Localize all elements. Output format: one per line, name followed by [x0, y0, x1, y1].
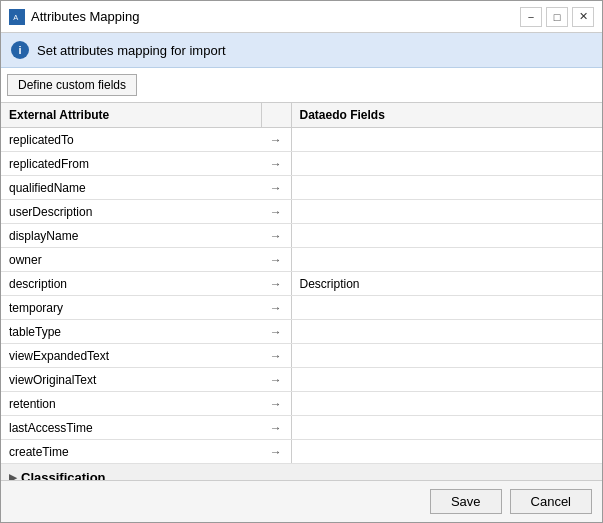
arrow-cell: → — [261, 392, 291, 416]
table-row: qualifiedName→ — [1, 176, 602, 200]
main-window: A Attributes Mapping − □ ✕ i Set attribu… — [0, 0, 603, 523]
dataedo-field-cell — [291, 368, 602, 392]
arrow-cell: → — [261, 248, 291, 272]
table-container: External Attribute Dataedo Fields replic… — [1, 103, 602, 480]
title-bar: A Attributes Mapping − □ ✕ — [1, 1, 602, 33]
section-toggle[interactable]: ▶Classification — [9, 470, 594, 480]
external-attribute-cell: tableType — [1, 320, 261, 344]
arrow-cell: → — [261, 224, 291, 248]
maximize-button[interactable]: □ — [546, 7, 568, 27]
table-row: replicatedFrom→ — [1, 152, 602, 176]
external-attribute-cell: lastAccessTime — [1, 416, 261, 440]
dataedo-field-cell — [291, 296, 602, 320]
dataedo-field-cell — [291, 200, 602, 224]
minimize-button[interactable]: − — [520, 7, 542, 27]
table-row: viewExpandedText→ — [1, 344, 602, 368]
arrow-cell: → — [261, 416, 291, 440]
info-bar: i Set attributes mapping for import — [1, 33, 602, 68]
section-label-text: Classification — [21, 470, 106, 480]
arrow-cell: → — [261, 128, 291, 152]
external-attribute-cell: replicatedTo — [1, 128, 261, 152]
table-row: displayName→ — [1, 224, 602, 248]
table-row: temporary→ — [1, 296, 602, 320]
table-row: owner→ — [1, 248, 602, 272]
external-attribute-cell: viewOriginalText — [1, 368, 261, 392]
app-icon: A — [9, 9, 25, 25]
table-row: description→Description — [1, 272, 602, 296]
external-attribute-cell: qualifiedName — [1, 176, 261, 200]
dataedo-field-cell — [291, 320, 602, 344]
dataedo-field-cell — [291, 248, 602, 272]
section-label: ▶Classification — [1, 464, 602, 481]
external-attribute-cell: userDescription — [1, 200, 261, 224]
dataedo-field-cell — [291, 440, 602, 464]
save-button[interactable]: Save — [430, 489, 502, 514]
close-button[interactable]: ✕ — [572, 7, 594, 27]
arrow-cell: → — [261, 152, 291, 176]
table-row: tableType→ — [1, 320, 602, 344]
define-custom-fields-button[interactable]: Define custom fields — [7, 74, 137, 96]
header-external-attribute: External Attribute — [1, 103, 261, 128]
info-text: Set attributes mapping for import — [37, 43, 226, 58]
arrow-cell: → — [261, 296, 291, 320]
header-arrow — [261, 103, 291, 128]
table-row: userDescription→ — [1, 200, 602, 224]
table-row: replicatedTo→ — [1, 128, 602, 152]
dataedo-field-cell — [291, 176, 602, 200]
info-icon: i — [11, 41, 29, 59]
table-row: lastAccessTime→ — [1, 416, 602, 440]
chevron-icon: ▶ — [9, 472, 17, 480]
section-row[interactable]: ▶Classification — [1, 464, 602, 481]
table-row: retention→ — [1, 392, 602, 416]
cancel-button[interactable]: Cancel — [510, 489, 592, 514]
external-attribute-cell: displayName — [1, 224, 261, 248]
window-title: Attributes Mapping — [31, 9, 520, 24]
dataedo-field-cell: Description — [291, 272, 602, 296]
dataedo-field-cell — [291, 392, 602, 416]
external-attribute-cell: owner — [1, 248, 261, 272]
dataedo-field-cell — [291, 344, 602, 368]
footer: Save Cancel — [1, 480, 602, 522]
header-dataedo-fields: Dataedo Fields — [291, 103, 602, 128]
arrow-cell: → — [261, 368, 291, 392]
dataedo-field-cell — [291, 128, 602, 152]
arrow-cell: → — [261, 176, 291, 200]
dataedo-field-cell — [291, 152, 602, 176]
dataedo-field-cell — [291, 224, 602, 248]
table-row: viewOriginalText→ — [1, 368, 602, 392]
external-attribute-cell: createTime — [1, 440, 261, 464]
arrow-cell: → — [261, 272, 291, 296]
dataedo-field-cell — [291, 416, 602, 440]
external-attribute-cell: viewExpandedText — [1, 344, 261, 368]
external-attribute-cell: replicatedFrom — [1, 152, 261, 176]
arrow-cell: → — [261, 344, 291, 368]
external-attribute-cell: retention — [1, 392, 261, 416]
svg-text:A: A — [13, 13, 18, 22]
external-attribute-cell: temporary — [1, 296, 261, 320]
arrow-cell: → — [261, 440, 291, 464]
arrow-cell: → — [261, 200, 291, 224]
attributes-table: External Attribute Dataedo Fields replic… — [1, 103, 602, 480]
table-row: createTime→ — [1, 440, 602, 464]
arrow-cell: → — [261, 320, 291, 344]
window-controls: − □ ✕ — [520, 7, 594, 27]
external-attribute-cell: description — [1, 272, 261, 296]
toolbar: Define custom fields — [1, 68, 602, 103]
